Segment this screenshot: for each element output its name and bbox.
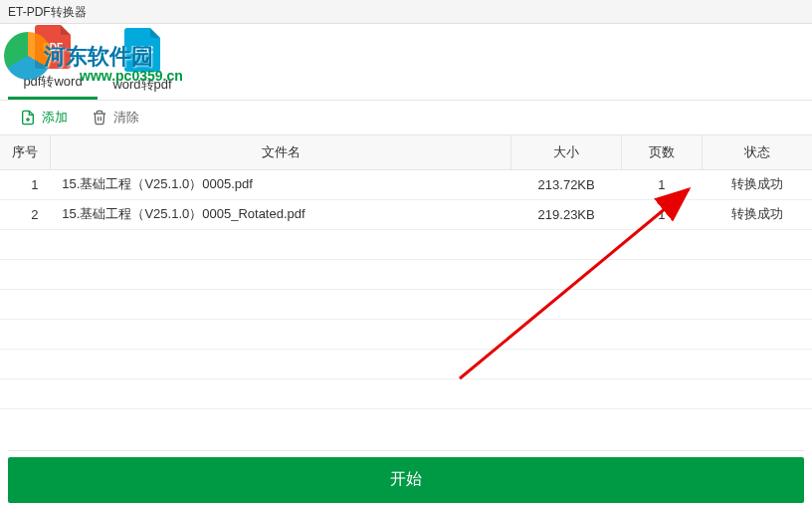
bottom-bar: 开始: [8, 450, 804, 502]
tab-word-to-pdf[interactable]: DOC word转pdf: [98, 28, 187, 100]
add-file-icon: [20, 110, 36, 126]
table-header-row: 序号 文件名 大小 页数 状态: [0, 135, 812, 169]
file-table-container: 序号 文件名 大小 页数 状态 1 15.基础工程（V25.1.0）0005.p…: [0, 135, 812, 436]
cell-size: 213.72KB: [511, 169, 622, 199]
tab-label: pdf转word: [8, 73, 98, 91]
col-header-index: 序号: [0, 135, 50, 169]
cell-status: 转换成功: [702, 199, 812, 229]
pdf-file-icon: PDF: [35, 25, 71, 69]
tab-pdf-to-word[interactable]: PDF pdf转word: [8, 25, 98, 100]
col-header-size: 大小: [511, 135, 622, 169]
table-row: [0, 259, 812, 289]
table-row: [0, 408, 812, 436]
table-row: [0, 289, 812, 319]
cell-index: 2: [0, 199, 50, 229]
table-row[interactable]: 2 15.基础工程（V25.1.0）0005_Rotated.pdf 219.2…: [0, 199, 812, 229]
clear-label: 清除: [113, 109, 139, 126]
add-label: 添加: [42, 109, 68, 126]
col-header-name: 文件名: [50, 135, 510, 169]
tabs-area: 河东软件园 www.pc0359.cn PDF pdf转word DOC wor…: [0, 24, 812, 100]
doc-file-icon: DOC: [124, 28, 160, 72]
table-row: [0, 319, 812, 349]
table-row: [0, 229, 812, 259]
table-row: [0, 349, 812, 379]
col-header-status: 状态: [702, 135, 812, 169]
start-button[interactable]: 开始: [8, 457, 804, 503]
col-header-pages: 页数: [622, 135, 703, 169]
toolbar: 添加 清除: [0, 100, 812, 135]
cell-size: 219.23KB: [511, 199, 622, 229]
cell-index: 1: [0, 169, 50, 199]
cell-name: 15.基础工程（V25.1.0）0005_Rotated.pdf: [50, 199, 510, 229]
cell-pages: 1: [622, 199, 703, 229]
cell-pages: 1: [622, 169, 703, 199]
cell-status: 转换成功: [702, 169, 812, 199]
table-row[interactable]: 1 15.基础工程（V25.1.0）0005.pdf 213.72KB 1 转换…: [0, 169, 812, 199]
table-row: [0, 379, 812, 408]
clear-button[interactable]: 清除: [92, 109, 139, 126]
window-title: ET-PDF转换器: [8, 5, 87, 19]
title-bar: ET-PDF转换器: [0, 0, 812, 24]
file-table: 序号 文件名 大小 页数 状态 1 15.基础工程（V25.1.0）0005.p…: [0, 135, 812, 436]
trash-icon: [92, 110, 107, 126]
tab-label: word转pdf: [98, 76, 187, 94]
add-button[interactable]: 添加: [20, 109, 68, 126]
cell-name: 15.基础工程（V25.1.0）0005.pdf: [50, 169, 510, 199]
